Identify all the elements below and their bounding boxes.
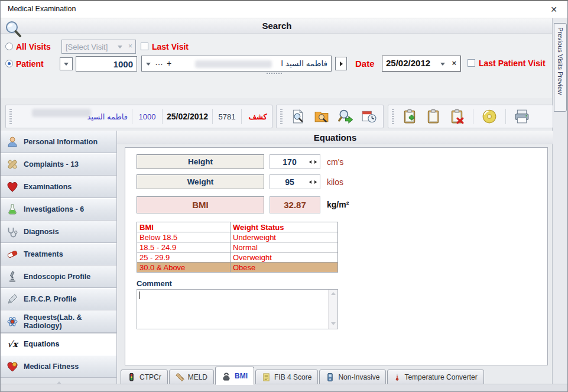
sidebar-item-ercp-profile[interactable]: E.R.C.P. Profile [1,288,116,310]
weight-status-cell: Overweight [231,252,338,263]
last-visit-checkbox[interactable] [141,43,148,50]
traffic-light-icon [127,372,136,382]
sidebar-item-investigations[interactable]: Investigations - 6 [1,198,116,221]
heart-icon [7,181,18,193]
bandage-icon [7,158,18,170]
comment-textarea[interactable] [137,289,338,329]
person-icon [7,136,18,148]
weight-spinner[interactable]: 95 [270,174,320,189]
sidebar-item-diagnosis[interactable]: Diagnosis [1,221,116,243]
sidebar-item-endoscopic-profile[interactable]: Endoscopic Profile [1,265,116,288]
folder-search-icon[interactable] [310,106,333,127]
bmi-button[interactable]: BMI [137,196,264,213]
flask-icon [7,203,18,215]
bmi-table: BMI Weight Status Below 18.5 Underweight… [137,222,338,273]
sidebar: Personal Information Complaints - 13 Exa… [1,131,117,392]
date-dropdown-icon[interactable] [440,63,445,66]
patient-name-add-icon[interactable]: + [167,59,171,68]
clipboard-add-icon[interactable] [398,106,421,127]
next-visit-button[interactable] [335,57,347,70]
decrement-icon[interactable] [309,180,311,184]
patient-name-dropdown-icon[interactable] [146,63,151,66]
previous-visits-strip: Previous Visits Preview [552,18,567,392]
bmi-range-cell: 25 - 29.9 [137,252,231,263]
sidebar-item-complaints[interactable]: Complaints - 13 [1,153,116,176]
sidebar-item-equations[interactable]: √x Equations [1,333,116,355]
patient-bar-id: 1000 [137,112,158,121]
table-row: Below 18.5 Underweight [137,232,338,242]
height-spinner[interactable]: 170 [270,154,320,169]
toolbar-search-group [276,105,384,128]
patient-name-value: فاطمه السيد ا [281,59,327,68]
weight-status-cell: Obese [231,263,338,273]
sidebar-item-examinations[interactable]: Examinations [1,176,116,198]
patient-bar-visit-number: 5781 [217,112,237,121]
patient-dropdown-button[interactable] [60,57,73,70]
zoom-next-icon[interactable] [333,106,357,127]
calendar-clock-icon[interactable] [357,106,381,127]
comment-label: Comment [137,279,172,288]
weight-button[interactable]: Weight [137,174,264,189]
medical-examination-window: Medical Examination ✕ Search All Visits … [0,0,568,392]
date-clear-icon[interactable]: × [452,59,456,67]
patient-label: Patient [16,59,44,69]
title-bar: Medical Examination ✕ [1,1,567,18]
table-row: 18.5 - 24.9 Normal [137,242,338,252]
select-visit-placeholder: [Select Visit] [66,43,108,51]
name-combo-grip[interactable] [267,73,282,74]
device-icon [326,372,335,382]
increment-icon[interactable] [314,180,317,184]
sidebar-item-medical-fitness[interactable]: Medical Fitness [1,355,116,378]
equation-tabbar: CTPCr MELD BMI FIB 4 Score Non-Invasive … [121,368,484,385]
select-visit-dropdown-icon[interactable] [118,46,122,48]
height-button[interactable]: Height [137,154,264,169]
patient-info-bar: فاطمه السيد 1000 25/02/2012 5781 كشف [5,105,272,128]
patient-radio[interactable] [5,60,13,67]
sidebar-item-treatments[interactable]: Treatments [1,243,116,265]
comment-scrollbar[interactable] [328,290,337,329]
tab-fib-4-score[interactable]: FIB 4 Score [255,370,318,385]
patient-id-input[interactable]: 1000 [76,56,137,72]
sidebar-item-requests[interactable]: Requests(Lab. & Radiology) [1,310,116,333]
select-visit-clear-icon[interactable]: × [128,42,132,50]
clipboard-delete-icon[interactable] [445,106,469,127]
last-patient-visit-label: Last Patient Visit [479,59,546,68]
drag-grip-icon[interactable] [280,109,283,124]
text-caret [139,291,139,299]
drag-grip-icon[interactable] [392,109,394,124]
close-icon[interactable]: ✕ [545,2,563,17]
decrement-icon[interactable] [309,160,311,164]
select-visit-combo[interactable]: [Select Visit] × [61,40,136,54]
tab-temperature-converter[interactable]: Temperature Converter [387,370,483,385]
document-search-icon[interactable] [286,106,310,127]
tab-meld[interactable]: MELD [169,370,214,385]
scroll-up-icon[interactable] [331,292,336,295]
stethoscope-icon [7,226,18,238]
bmi-range-cell: Below 18.5 [137,232,231,242]
tab-bmi[interactable]: BMI [215,367,254,385]
search-panel: Search All Visits [Select Visit] × Last … [1,18,553,98]
drag-grip-icon[interactable] [9,109,12,124]
table-row-highlighted: 30.0 & Above Obese [137,263,338,273]
previous-visits-preview-label: Previous Visits Preview [557,27,564,95]
print-icon[interactable] [510,106,534,127]
previous-visits-preview-tab[interactable]: Previous Visits Preview [554,23,567,112]
sidebar-item-personal-information[interactable]: Personal Information [1,131,116,153]
patient-bar-visit-type: كشف [246,112,270,121]
tab-non-invasive[interactable]: Non-Invasive [319,370,386,385]
scroll-down-icon[interactable] [331,322,336,325]
cd-icon[interactable] [478,106,501,127]
date-combo[interactable]: 25/02/2012 × [382,56,461,72]
atom-icon [7,316,18,328]
patient-name-more-icon[interactable]: … [155,57,163,67]
increment-icon[interactable] [314,160,317,164]
all-visits-radio[interactable] [5,43,13,50]
tab-ctpcr[interactable]: CTPCr [121,370,168,385]
clipboard-icon[interactable] [421,106,445,127]
ruler-icon [176,372,184,382]
patient-name-combo[interactable]: … + فاطمه السيد ا [141,56,332,72]
equations-panel: Height 170 cm's Weight 95 kilos BMI 32.8… [125,147,548,365]
bmi-table-header-row: BMI Weight Status [137,222,338,232]
last-patient-visit-checkbox[interactable] [468,59,475,67]
patient-bar-name: فاطمه السيد [15,111,128,122]
